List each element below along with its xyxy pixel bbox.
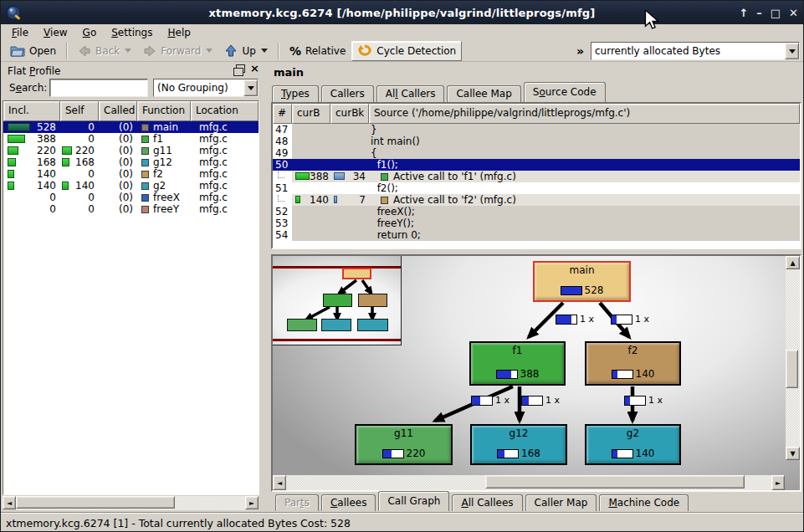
graph-hscrollbar[interactable]: ◄ ► bbox=[273, 475, 785, 490]
window-title: xtmemory.kcg.6274 [/home/philippe/valgri… bbox=[1, 7, 803, 19]
source-line-row[interactable]: 53 freeY(); bbox=[273, 217, 800, 229]
source-line-row[interactable]: 49{ bbox=[273, 147, 800, 159]
graph-overview-minimap[interactable] bbox=[273, 256, 402, 345]
flat-profile-hscrollbar[interactable]: ◄ ► bbox=[3, 496, 259, 510]
tab-caller-map[interactable]: Caller Map bbox=[525, 494, 597, 511]
up-button[interactable]: Up bbox=[218, 41, 273, 61]
close-button[interactable]: ✕ bbox=[789, 8, 798, 18]
table-row-g11[interactable]: 220220(0)g11mfg.c bbox=[3, 145, 259, 156]
forward-dropdown-arrow[interactable] bbox=[206, 49, 213, 53]
tab-source-code[interactable]: Source Code bbox=[524, 82, 606, 102]
node-cost-bar bbox=[382, 449, 404, 458]
table-row-freeY[interactable]: 00(0)freeYmfg.c bbox=[3, 203, 259, 215]
tab-callees[interactable]: Callees bbox=[321, 494, 376, 511]
dock-close-icon[interactable]: × bbox=[250, 64, 259, 73]
scroll-thumb[interactable] bbox=[16, 496, 175, 509]
back-dropdown-arrow[interactable] bbox=[125, 49, 131, 53]
tab-callee-map[interactable]: Callee Map bbox=[447, 85, 520, 102]
open-button[interactable]: Open bbox=[4, 41, 62, 61]
scroll-track[interactable] bbox=[16, 496, 245, 510]
source-column-header[interactable]: Source ('/home/philippe/valgrind/littlep… bbox=[369, 104, 800, 124]
table-row-g12[interactable]: 168168(0)g12mfg.c bbox=[3, 156, 259, 168]
dock-float-icon[interactable] bbox=[236, 64, 245, 73]
scroll-down-icon[interactable]: ▼ bbox=[786, 447, 800, 460]
tab-machine-code[interactable]: Machine Code bbox=[599, 494, 689, 511]
graph-node-main[interactable]: main528 bbox=[533, 261, 631, 302]
tab-all-callees[interactable]: All Callees bbox=[452, 494, 522, 511]
graph-node-g12[interactable]: g12168 bbox=[470, 424, 567, 465]
tab-call-graph[interactable]: Call Graph bbox=[378, 491, 449, 511]
menu-help[interactable]: Help bbox=[160, 26, 197, 39]
column-header-self[interactable]: Self bbox=[60, 101, 99, 121]
tab-all-callers[interactable]: All Callers bbox=[376, 85, 445, 102]
search-input[interactable] bbox=[49, 79, 148, 97]
source-column-header[interactable]: curBk bbox=[330, 104, 369, 124]
column-header-incl[interactable]: Incl. bbox=[3, 101, 60, 121]
graph-node-g2[interactable]: g2140 bbox=[585, 424, 681, 465]
relative-toggle-button[interactable]: % Relative bbox=[284, 41, 351, 61]
edge-call-count: 1 x bbox=[635, 314, 649, 325]
table-row-g2[interactable]: 140140(0)g2mfg.c bbox=[3, 180, 259, 192]
source-call-row[interactable]: 1407Active call to 'f2' (mfg.c) bbox=[273, 194, 800, 206]
scroll-track[interactable] bbox=[786, 269, 800, 447]
scroll-thumb[interactable] bbox=[786, 350, 798, 388]
source-column-header[interactable]: # bbox=[273, 104, 292, 124]
source-column-header[interactable]: curB bbox=[292, 104, 330, 124]
combo-arrow-button[interactable] bbox=[243, 79, 258, 96]
curbk-cell bbox=[330, 124, 369, 136]
table-row-freeX[interactable]: 00(0)freeXmfg.c bbox=[3, 192, 259, 203]
scroll-right-icon[interactable]: ► bbox=[771, 475, 785, 490]
tab-callers[interactable]: Callers bbox=[321, 85, 374, 102]
column-header-location[interactable]: Location bbox=[191, 101, 259, 121]
back-button[interactable]: Back bbox=[72, 41, 137, 61]
source-line-row[interactable]: 48int main() bbox=[273, 136, 800, 147]
tab-parts[interactable]: Parts bbox=[275, 494, 319, 511]
toolbar-overflow-chevron[interactable]: » bbox=[571, 44, 589, 58]
column-header-function[interactable]: Function bbox=[137, 101, 191, 121]
minimize-button[interactable]: – bbox=[756, 8, 762, 18]
grouping-combo[interactable]: (No Grouping) bbox=[153, 79, 259, 97]
source-line-row[interactable]: 51 f2(); bbox=[273, 182, 800, 194]
title-bar[interactable]: xtmemory.kcg.6274 [/home/philippe/valgri… bbox=[1, 1, 803, 24]
keep-above-button[interactable]: ↑ bbox=[739, 8, 748, 18]
graph-node-f2[interactable]: f2140 bbox=[585, 341, 681, 386]
table-row-f2[interactable]: 1400(0)f2mfg.c bbox=[3, 168, 259, 180]
scroll-track[interactable] bbox=[286, 475, 771, 490]
menu-settings[interactable]: Settings bbox=[104, 26, 160, 39]
combo-arrow-button[interactable] bbox=[785, 43, 799, 59]
menu-go[interactable]: Go bbox=[75, 26, 105, 39]
scroll-right-icon[interactable]: ► bbox=[245, 496, 259, 509]
maximize-button[interactable]: □ bbox=[771, 8, 781, 18]
edge-call-count: 1 x bbox=[545, 395, 560, 406]
cycle-detection-toggle-button[interactable]: Cycle Detection bbox=[351, 41, 462, 61]
call-graph-canvas[interactable]: main528f1388f2140g11220g12168g2140 1 x1 … bbox=[273, 256, 800, 490]
tab-types[interactable]: Types bbox=[272, 85, 319, 102]
scroll-left-icon[interactable]: ◄ bbox=[3, 496, 16, 509]
forward-button[interactable]: Forward bbox=[137, 41, 218, 61]
column-header-called[interactable]: Called bbox=[99, 101, 137, 121]
source-line-row[interactable]: 47} bbox=[273, 124, 800, 136]
graph-node-g11[interactable]: g11220 bbox=[355, 424, 453, 465]
menu-view[interactable]: View bbox=[36, 26, 74, 39]
graph-vscrollbar[interactable]: ▲ ▼ bbox=[786, 256, 800, 460]
source-call-row[interactable]: 38834Active call to 'f1' (mfg.c) bbox=[273, 171, 800, 182]
line-number-cell bbox=[273, 171, 292, 182]
menu-file[interactable]: File bbox=[4, 26, 36, 39]
graph-node-f1[interactable]: f1388 bbox=[469, 341, 566, 386]
table-row-f1[interactable]: 3880(0)f1mfg.c bbox=[3, 133, 259, 145]
source-line-row[interactable]: 50 f1(); bbox=[273, 159, 800, 171]
curbk-bar bbox=[334, 196, 337, 203]
up-dropdown-arrow[interactable] bbox=[261, 49, 268, 53]
event-type-combo[interactable]: currently allocated Bytes bbox=[591, 42, 800, 60]
source-line-row[interactable]: 54 return 0; bbox=[273, 229, 800, 241]
curb-cell bbox=[292, 159, 330, 171]
scroll-up-icon[interactable]: ▲ bbox=[786, 256, 800, 269]
source-line-row[interactable]: 52 freeX(); bbox=[273, 206, 800, 217]
incl-cost-bar bbox=[8, 170, 14, 178]
incl-cost-bar bbox=[8, 135, 25, 143]
curbk-cell bbox=[330, 182, 369, 194]
table-row-main[interactable]: 5280(0)mainmfg.c bbox=[3, 121, 259, 133]
scroll-thumb[interactable] bbox=[485, 475, 745, 489]
scroll-left-icon[interactable]: ◄ bbox=[273, 475, 286, 490]
node-cost-value: 388 bbox=[520, 368, 540, 380]
